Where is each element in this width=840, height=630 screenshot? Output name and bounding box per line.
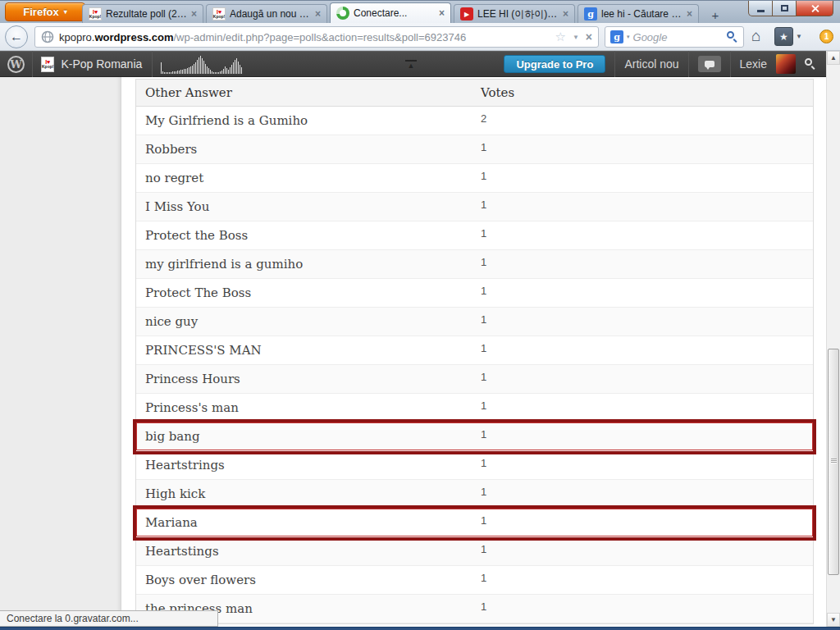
answer-cell: Heartstings: [136, 544, 481, 559]
sparkline-bar: [166, 72, 167, 74]
new-post-link[interactable]: Articol nou: [624, 57, 678, 71]
table-row[interactable]: Protect The Boss 1: [136, 279, 813, 308]
sparkline-bar: [161, 62, 162, 74]
tab-close-icon[interactable]: ×: [687, 10, 692, 18]
table-row[interactable]: Boys over flowers 1: [136, 566, 813, 595]
url-dropdown-icon[interactable]: ▼: [573, 34, 579, 41]
table-row[interactable]: I Miss You 1: [136, 193, 813, 221]
tab-adauga-articol[interactable]: I♥ Kpop! Adaugă un nou arti... ×: [206, 4, 327, 23]
header-votes: Votes: [481, 85, 813, 100]
table-row[interactable]: Princess Hours 1: [136, 365, 813, 394]
bookmark-star-icon[interactable]: ☆: [555, 30, 565, 44]
sparkline-bar: [241, 67, 242, 74]
divider: [730, 51, 731, 77]
table-row[interactable]: High kick 1: [136, 480, 813, 509]
table-row[interactable]: My Girlfriend is a Gumiho 2: [136, 107, 813, 135]
sparkline-bar: [223, 69, 224, 74]
sparkline-bar: [207, 66, 208, 74]
stop-loading-icon[interactable]: ×: [586, 30, 592, 43]
tab-close-icon[interactable]: ×: [563, 10, 568, 18]
user-avatar[interactable]: [776, 54, 796, 74]
table-row[interactable]: Protect the Boss 1: [136, 221, 813, 250]
url-bar[interactable]: kpopro.wordpress.com/wp-admin/edit.php?p…: [34, 26, 599, 48]
back-button[interactable]: ←: [5, 25, 28, 48]
stats-sparkline[interactable]: [161, 54, 242, 74]
divider: [614, 51, 615, 77]
bookmarks-button[interactable]: ★ ▼: [774, 27, 802, 46]
sparkline-bar: [177, 71, 178, 74]
site-name-link[interactable]: K-Pop Romania: [61, 57, 152, 71]
sparkline-bar: [215, 72, 216, 74]
table-row[interactable]: the princess man 1: [136, 595, 813, 623]
home-icon: ⌂: [751, 27, 760, 44]
votes-cell: 1: [481, 480, 813, 498]
maximize-button[interactable]: [773, 1, 796, 16]
sparkline-bar: [189, 67, 189, 74]
upgrade-to-pro-button[interactable]: Upgrade to Pro: [504, 55, 605, 73]
answer-cell: Robbers: [136, 142, 481, 157]
tab-rezultate-poll[interactable]: I♥ Kpop! Rezultate poll (2) | ... ×: [82, 4, 203, 23]
table-row[interactable]: Heartstrings 1: [136, 451, 813, 480]
navigation-toolbar: ← kpopro.wordpress.com/wp-admin/edit.php…: [0, 23, 840, 51]
youtube-favicon: ▶: [460, 7, 473, 21]
search-engine-icon[interactable]: g: [610, 30, 623, 43]
tab-lee-hi-search[interactable]: g lee hi - Căutare Go... ×: [578, 4, 699, 23]
wordpress-logo-icon[interactable]: W: [7, 56, 25, 73]
sparkline-bar: [230, 67, 231, 74]
close-button[interactable]: [796, 1, 833, 16]
firefox-menu-button[interactable]: Firefox ▾: [5, 2, 85, 21]
scrollbar-grip: [831, 459, 837, 463]
answer-cell: Princess's man: [136, 400, 481, 415]
tab-title: lee hi - Căutare Go...: [601, 8, 682, 20]
sparkline-bar: [185, 69, 186, 74]
sparkline-bar: [208, 68, 209, 74]
comments-button[interactable]: [698, 56, 721, 72]
home-button[interactable]: ⌂: [751, 27, 760, 45]
table-row[interactable]: PRINCESS'S MAN 1: [136, 336, 813, 365]
votes-cell: 1: [481, 193, 813, 211]
maximize-icon: [781, 5, 788, 11]
tab-conectare-active[interactable]: Conectare... ×: [330, 2, 451, 23]
tab-lee-hi-youtube[interactable]: ▶ LEE HI (이하이) - IT... ×: [454, 4, 575, 23]
badge-count: 1: [824, 32, 829, 41]
play-icon: ▶: [464, 11, 469, 18]
votes-cell: 1: [481, 509, 813, 527]
addon-notification-badge[interactable]: 1: [819, 30, 833, 43]
table-row[interactable]: big bang 1: [136, 422, 813, 451]
divider: [152, 51, 153, 77]
search-engine-dropdown-icon[interactable]: ▾: [627, 34, 630, 40]
sparkline-bar: [162, 71, 163, 74]
tab-close-icon[interactable]: ×: [439, 9, 445, 17]
user-menu[interactable]: Lexie: [740, 57, 767, 71]
collapse-adminbar-icon[interactable]: ▲: [405, 60, 417, 69]
table-row[interactable]: Mariana 1: [136, 509, 813, 537]
minimize-button[interactable]: [748, 1, 773, 16]
table-row[interactable]: Robbers 1: [136, 135, 813, 164]
search-icon[interactable]: [727, 31, 738, 43]
table-row[interactable]: no regret 1: [136, 164, 813, 193]
answer-cell: Mariana: [136, 515, 481, 530]
table-row[interactable]: Heartstings 1: [136, 537, 813, 566]
sparkline-bar: [179, 71, 180, 74]
search-placeholder[interactable]: Google: [633, 31, 724, 43]
scroll-down-button[interactable]: ▼: [827, 613, 840, 627]
bookmarks-dropdown-icon[interactable]: ▼: [796, 33, 802, 40]
vertical-scrollbar[interactable]: ▲ ▼: [826, 51, 840, 627]
new-tab-button[interactable]: +: [703, 7, 728, 23]
scrollbar-thumb[interactable]: [828, 349, 839, 575]
tab-close-icon[interactable]: ×: [191, 10, 197, 18]
scroll-down-icon: ▼: [830, 616, 837, 623]
divider: [32, 51, 33, 77]
tab-close-icon[interactable]: ×: [315, 10, 321, 18]
url-text[interactable]: kpopro.wordpress.com/wp-admin/edit.php?p…: [59, 31, 555, 43]
sparkline-bar: [231, 65, 232, 74]
votes-cell: 1: [481, 135, 813, 153]
table-row[interactable]: Princess's man 1: [136, 394, 813, 422]
table-row[interactable]: nice guy 1: [136, 308, 813, 336]
wordpress-w: W: [10, 58, 22, 71]
search-bar[interactable]: g ▾ Google: [605, 26, 744, 48]
scroll-up-button[interactable]: ▲: [827, 51, 840, 65]
sparkline-bar: [182, 70, 183, 74]
adminbar-search-icon[interactable]: [805, 58, 816, 70]
table-row[interactable]: my girlfriend is a gumiho 1: [136, 250, 813, 279]
